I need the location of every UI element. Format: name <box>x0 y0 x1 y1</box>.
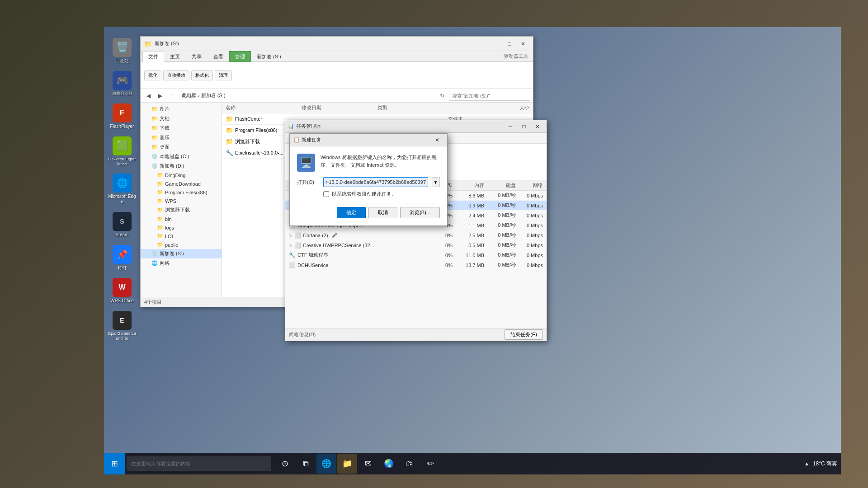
folder-icon: 📁 <box>226 115 233 122</box>
tab-file[interactable]: 文件 <box>142 51 164 62</box>
tm-maximize-button[interactable]: □ <box>518 122 530 131</box>
taskbar-notes-button[interactable]: ✏ <box>420 454 440 474</box>
sidebar-item-documents[interactable]: 📁 文档 <box>141 114 222 123</box>
computer-icon: 🖥️ <box>297 154 315 172</box>
ribbon-autoplay-btn[interactable]: 自动播放 <box>163 70 189 80</box>
tm-end-task-button[interactable]: 结束任务(E) <box>505 329 543 340</box>
sidebar-item-desktop[interactable]: 📁 桌面 <box>141 142 222 152</box>
sidebar-item-c-drive[interactable]: 💿 本地磁盘 (C:) <box>141 152 222 161</box>
tab-view[interactable]: 查看 <box>208 51 229 62</box>
taskbar-explorer-button[interactable]: 📁 <box>337 454 357 474</box>
dialog-browse-button[interactable]: 浏览(B)... <box>400 207 440 218</box>
breadcrumb[interactable]: 此电脑 › 新加卷 (S:) <box>179 91 435 101</box>
taskbar-store-button[interactable]: 🛍 <box>400 454 420 474</box>
desktop-icon-wps[interactable]: W WPS Office <box>106 276 138 305</box>
dialog-close-button[interactable]: ✕ <box>431 135 443 145</box>
taskbar-edge-button[interactable]: 🌐 <box>316 454 336 474</box>
desktop-icon-dingding[interactable]: 📌 钉钉 <box>106 243 138 272</box>
dialog-confirm-button[interactable]: 确定 <box>337 207 366 218</box>
taskbar-taskview-button[interactable]: ⧉ <box>296 454 316 474</box>
dialog-admin-label[interactable]: 以系统管理权限创建此任务。 <box>332 191 396 197</box>
drive-icon: 💿 <box>151 154 158 160</box>
desktop-icon-steam[interactable]: S Steam <box>106 210 138 239</box>
desktop-icon-edge[interactable]: 🌐 Microsoft Edge <box>106 172 138 206</box>
window-controls: ─ □ ✕ <box>490 39 529 49</box>
up-button[interactable]: ↑ <box>167 91 177 101</box>
dialog-dropdown-button[interactable]: ▼ <box>432 177 440 187</box>
desktop-sidebar: 🗑️ 回收站 🎮 游戏启动器 F FlashPlayer 🟩 GeForce E… <box>104 27 140 438</box>
folder-small-icon: 📁 <box>151 135 158 141</box>
search-input[interactable] <box>449 91 530 101</box>
folder-icon: 📁 <box>144 40 152 47</box>
sidebar-item-logs[interactable]: 📁 logs <box>141 223 222 232</box>
sidebar-item-downloads[interactable]: 📁 下载 <box>141 123 222 133</box>
dialog-open-label: 打开(O): <box>297 179 320 186</box>
desktop-icon-epic[interactable]: E Epic Games Launcher <box>106 309 138 343</box>
sidebar-item-network[interactable]: 🌐 网络 <box>141 258 222 268</box>
folder-icon: 📁 <box>157 172 163 178</box>
tab-manage[interactable]: 管理 <box>229 51 251 62</box>
ribbon-cleanup-btn[interactable]: 清理 <box>215 70 232 80</box>
sidebar-item-d-drive[interactable]: 💿 新加卷 (D:) <box>141 161 222 171</box>
tm-row-ctf[interactable]: 🔧 CTF 加载程序 0% 11.0 MB 0 MB/秒 0 Mbps <box>285 250 547 260</box>
tm-close-button[interactable]: ✕ <box>531 122 544 131</box>
maximize-button[interactable]: □ <box>503 39 516 49</box>
taskbar-system-tray: ▲ 18°C 薄雾 <box>804 460 841 468</box>
sidebar-item-music[interactable]: 📁 音乐 <box>141 133 222 142</box>
taskbar-cortana-button[interactable]: ⊙ <box>275 454 295 474</box>
sidebar-item-programfiles[interactable]: 📁 Program Files(x86) <box>141 188 222 197</box>
taskview-icon: ⧉ <box>303 459 309 469</box>
sidebar-item-gamedownload[interactable]: 📁 GameDownload <box>141 179 222 188</box>
dialog-cancel-button[interactable]: 取消 <box>368 207 397 218</box>
browser-icon: 🌏 <box>384 459 394 469</box>
tm-minimize-button[interactable]: ─ <box>504 122 517 131</box>
sidebar-item-bin[interactable]: 📁 bin <box>141 215 222 223</box>
address-bar: ◀ ▶ ↑ 此电脑 › 新加卷 (S:) ↻ <box>141 89 533 103</box>
taskbar-mail-button[interactable]: ✉ <box>358 454 378 474</box>
folder-icon: 📁 <box>226 127 233 134</box>
close-button[interactable]: ✕ <box>517 39 529 49</box>
dialog-admin-checkbox[interactable] <box>323 191 329 197</box>
sidebar-item-s-drive[interactable]: 💿 新加卷 (S:) <box>141 249 222 258</box>
desktop-icon-launcher[interactable]: 🎮 游戏启动器 <box>106 69 138 98</box>
folder-small-icon: 📁 <box>151 106 158 112</box>
minimize-button[interactable]: ─ <box>490 39 502 49</box>
folder-icon: 📁 <box>226 138 233 145</box>
expand-icon[interactable]: ▷ <box>289 233 292 238</box>
sidebar-item-wps[interactable]: 📁 WPS <box>141 197 222 205</box>
sidebar-item-browser-dl[interactable]: 📁 浏览器下载 <box>141 205 222 215</box>
tm-row-cortana[interactable]: ▷ ⬜ Cortana (2) 🎤 0% 2.5 MB 0 MB/秒 0 Mbp… <box>285 230 547 240</box>
ribbon-optimize-btn[interactable]: 优化 <box>144 70 161 80</box>
ribbon-format-btn[interactable]: 格式化 <box>191 70 213 80</box>
desktop-icon-flash[interactable]: F FlashPlayer <box>106 102 138 131</box>
folder-icon: 📁 <box>157 207 163 213</box>
desktop-icon-geforce[interactable]: 🟩 GeForce Experience <box>106 135 138 169</box>
sidebar-item-pictures[interactable]: 📁 图片 <box>141 104 222 114</box>
tm-row-dchuservice[interactable]: ⬜ DCHUService 0% 13.7 MB 0 MB/秒 0 Mbps <box>285 260 547 270</box>
system-tray-icons[interactable]: ▲ <box>804 461 809 466</box>
sidebar-item-lol[interactable]: 📁 LOL <box>141 232 222 240</box>
drive-icon: 💿 <box>151 251 158 257</box>
notes-icon: ✏ <box>427 459 434 469</box>
dialog-open-input[interactable] <box>323 177 428 187</box>
tab-drive[interactable]: 新加卷 (S:) <box>251 51 287 62</box>
taskbar-search-input[interactable] <box>127 456 271 471</box>
sidebar-item-public[interactable]: 📁 public <box>141 240 222 249</box>
refresh-button[interactable]: ↻ <box>437 91 447 101</box>
dialog-description: Windows 将根据您所键入的名称，为您打开相应的程序、文件夹、文档或 Int… <box>321 154 440 172</box>
tab-share[interactable]: 共享 <box>186 51 208 62</box>
folder-small-icon: 📁 <box>151 144 158 150</box>
weather-widget[interactable]: 18°C 薄雾 <box>813 460 837 468</box>
desktop-icon-recycle-bin[interactable]: 🗑️ 回收站 <box>106 36 138 66</box>
expand-icon[interactable]: ▷ <box>289 243 292 248</box>
folder-small-icon: 📁 <box>151 116 158 122</box>
network-icon: 🌐 <box>151 260 158 266</box>
start-button[interactable]: ⊞ <box>104 453 125 474</box>
sidebar-item-dingding[interactable]: 📁 DingDing <box>141 171 222 179</box>
tab-home[interactable]: 主页 <box>164 51 186 62</box>
forward-button[interactable]: ▶ <box>155 91 165 101</box>
tm-row-creative[interactable]: ▷ ⬜ Creative.UWPRPCService (32... 0% 0.5… <box>285 240 547 250</box>
taskbar-browser-button[interactable]: 🌏 <box>379 454 399 474</box>
back-button[interactable]: ◀ <box>143 91 153 101</box>
mail-icon: ✉ <box>365 459 372 469</box>
